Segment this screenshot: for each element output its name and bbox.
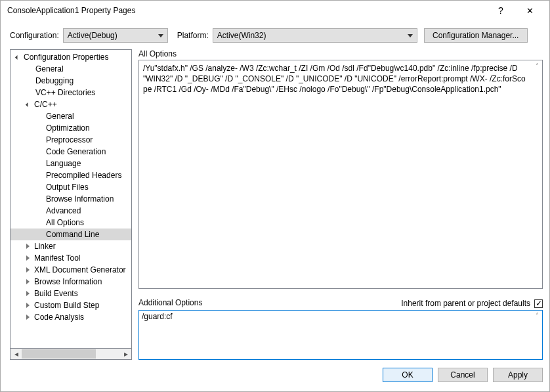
tree-optimization[interactable]: Optimization (11, 122, 131, 134)
tree-configuration-properties[interactable]: Configuration Properties (11, 51, 131, 63)
expander-closed-icon (24, 301, 32, 309)
property-pages-window: ConsoleApplication1 Property Pages ? ✕ C… (0, 0, 550, 392)
tree-browse-information-2[interactable]: Browse Information (11, 276, 131, 288)
tree-panel: Configuration Properties General Debuggi… (10, 49, 132, 360)
expander-closed-icon (24, 290, 32, 297)
expander-closed-icon (24, 242, 32, 250)
property-tree[interactable]: Configuration Properties General Debuggi… (10, 49, 132, 349)
expander-open-icon (24, 100, 32, 108)
platform-label: Platform: (177, 31, 209, 40)
tree-ccpp-general[interactable]: General (11, 110, 131, 122)
inherit-checkbox[interactable]: ✓ (534, 299, 543, 308)
window-title: ConsoleApplication1 Property Pages (7, 6, 486, 15)
expander-closed-icon (24, 313, 32, 321)
help-button[interactable]: ? (486, 1, 515, 20)
platform-value: Active(Win32) (217, 31, 266, 40)
tree-horizontal-scrollbar[interactable]: ◂ ▸ (10, 349, 132, 360)
tree-command-line[interactable]: Command Line (11, 229, 131, 240)
configuration-value: Active(Debug) (68, 31, 117, 40)
tree-all-options[interactable]: All Options (11, 217, 131, 229)
configuration-manager-button[interactable]: Configuration Manager... (424, 28, 528, 43)
additional-options-textbox[interactable]: ˄ (138, 310, 543, 360)
scroll-thumb[interactable] (22, 349, 96, 359)
cancel-button[interactable]: Cancel (438, 368, 488, 382)
tree-browse-information[interactable]: Browse Information (11, 193, 131, 205)
apply-button[interactable]: Apply (493, 368, 543, 382)
tree-ccpp[interactable]: C/C++ (11, 98, 131, 110)
tree-xml-doc-generator[interactable]: XML Document Generator (11, 264, 131, 276)
tree-build-events[interactable]: Build Events (11, 288, 131, 299)
all-options-text: /Yu"stdafx.h" /GS /analyze- /W3 /Zc:wcha… (143, 63, 538, 95)
titlebar: ConsoleApplication1 Property Pages ? ✕ (1, 1, 549, 20)
tree-vc-directories[interactable]: VC++ Directories (11, 87, 131, 98)
scroll-left-icon[interactable]: ◂ (11, 349, 22, 359)
all-options-textbox[interactable]: ˄ /Yu"stdafx.h" /GS /analyze- /W3 /Zc:wc… (138, 60, 543, 289)
dialog-footer: OK Cancel Apply (1, 360, 549, 391)
configuration-row: Configuration: Active(Debug) Platform: A… (1, 20, 549, 49)
main-area: Configuration Properties General Debuggi… (1, 49, 549, 360)
ok-button[interactable]: OK (383, 368, 433, 382)
tree-code-analysis[interactable]: Code Analysis (11, 311, 131, 323)
platform-combo[interactable]: Active(Win32) (213, 28, 417, 43)
tree-output-files[interactable]: Output Files (11, 181, 131, 193)
tree-linker[interactable]: Linker (11, 240, 131, 252)
additional-options-label: Additional Options (138, 298, 202, 307)
tree-preprocessor[interactable]: Preprocessor (11, 134, 131, 146)
additional-options-header: Additional Options Inherit from parent o… (138, 298, 543, 309)
tree-custom-build-step[interactable]: Custom Build Step (11, 299, 131, 311)
tree-language[interactable]: Language (11, 158, 131, 169)
expander-closed-icon (24, 278, 32, 286)
additional-options-input[interactable] (142, 312, 529, 321)
scroll-up-icon[interactable]: ˄ (533, 62, 541, 71)
tree-advanced[interactable]: Advanced (11, 205, 131, 217)
configuration-combo[interactable]: Active(Debug) (63, 28, 168, 43)
tree-code-generation[interactable]: Code Generation (11, 146, 131, 158)
inherit-label: Inherit from parent or project defaults (401, 299, 530, 308)
check-icon: ✓ (536, 299, 542, 307)
scroll-track[interactable] (22, 349, 120, 359)
expander-closed-icon (24, 266, 32, 274)
tree-debugging[interactable]: Debugging (11, 75, 131, 87)
scroll-up-icon[interactable]: ˄ (533, 312, 541, 319)
configuration-label: Configuration: (10, 31, 59, 40)
tree-precompiled-headers[interactable]: Precompiled Headers (11, 169, 131, 181)
tree-manifest-tool[interactable]: Manifest Tool (11, 252, 131, 264)
expander-closed-icon (24, 254, 32, 262)
expander-open-icon (13, 53, 21, 61)
all-options-label: All Options (138, 49, 543, 58)
right-panel: All Options ˄ /Yu"stdafx.h" /GS /analyze… (138, 49, 543, 360)
scroll-right-icon[interactable]: ▸ (120, 349, 131, 359)
close-button[interactable]: ✕ (515, 1, 544, 20)
tree-general[interactable]: General (11, 63, 131, 75)
